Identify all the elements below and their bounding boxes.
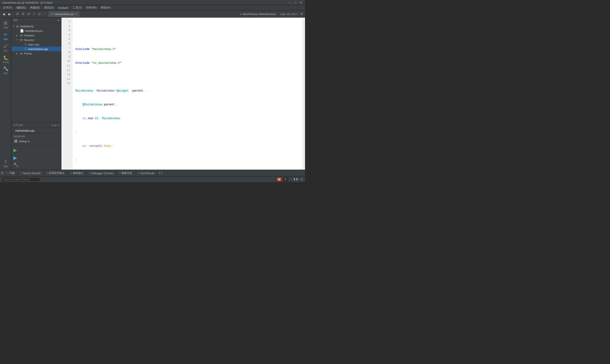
bottom-tab-search[interactable]: 2 Search Results	[18, 170, 44, 176]
sidebar-item-project[interactable]: 🔧 项目	[0, 65, 11, 76]
bottom-tab-issues[interactable]: 1 问题	[4, 170, 18, 176]
tab-label-debugger: Debugger Console	[91, 172, 113, 175]
sidebar-item-edit[interactable]: ✏ 编辑	[0, 31, 11, 42]
bottom-tab-compile[interactable]: 4 编译输出	[68, 170, 86, 176]
bottom-toggle-button[interactable]: ☰	[0, 170, 4, 176]
window-controls[interactable]: ─ □ ✕	[288, 1, 303, 4]
settings-icon[interactable]: ⚙	[300, 178, 303, 181]
menu-debug[interactable]: 调试(D)	[42, 5, 56, 10]
sidebar-label-debug: Debug	[2, 61, 9, 63]
open-docs-close-icon[interactable]: ✕	[57, 124, 59, 127]
toolbar-btn-1[interactable]: ⊞	[15, 11, 20, 17]
line-num-10: 10	[61, 59, 72, 64]
tree-item-helloworld[interactable]: ▼ 🗁 HelloWorld	[12, 24, 61, 28]
bottom-tab-appoutput[interactable]: 3 应用程序输出	[44, 170, 68, 176]
fold-arrow-11[interactable]: ▼	[69, 54, 70, 58]
line-num-11: 11	[61, 64, 72, 68]
open-docs-split-icon[interactable]: ⊟	[54, 124, 56, 127]
open-docs-controls: ⇅ ⊟ ✕	[52, 124, 59, 127]
folder-icon-forms: 🗁	[20, 52, 23, 55]
back-button[interactable]: ◀	[1, 11, 6, 17]
editor-scrollbar[interactable]	[302, 18, 305, 170]
folder-icon-helloworld: 🗁	[16, 25, 19, 28]
code-line-4: MainWindow::MainWindow(QWidget *parent) …	[75, 89, 302, 93]
menu-build[interactable]: 构建(B)	[28, 5, 42, 10]
toolbar-separator-1	[14, 12, 14, 16]
build-button-area[interactable]: 🔨	[13, 162, 59, 168]
pro-icon: 📄	[20, 29, 24, 33]
toolbar-btn-2[interactable]: ☰	[20, 11, 26, 17]
function-label: MainWindow::MainWindow()	[243, 13, 276, 15]
target-row: 🖥 Debug ▶	[13, 139, 59, 144]
toolbar-btn-5[interactable]: ◱	[37, 11, 42, 17]
tree-item-pro[interactable]: 📄 HelloWorld.pro	[12, 28, 61, 33]
tree-arrow-headers: ▶	[16, 34, 19, 37]
tree-item-mainwindow-cpp[interactable]: C mainwindow.cpp	[12, 47, 61, 51]
position-label: Line: 15, Col: 1	[281, 13, 298, 15]
tab-num-8: 8	[138, 172, 139, 174]
split-button[interactable]: ⊟	[299, 11, 304, 17]
maximize-button[interactable]: □	[293, 1, 297, 4]
menu-analyze[interactable]: Analyze	[56, 6, 70, 10]
code-line-5: QMainWindow(parent),	[75, 103, 302, 107]
editor-area[interactable]: 1 2 3 4 5 6 7 8 9 10 11 12 13 14 15 ▼ ▼	[61, 18, 302, 170]
tree-label-helloworld: HelloWorld	[20, 25, 34, 28]
sidebar-item-welcome[interactable]: ⊞ 欢迎	[0, 19, 11, 31]
toolbar-right: ◆ MainWindow::MainWindow() | Line: 15, C…	[240, 11, 304, 17]
toolbar-btn-4[interactable]: □	[32, 11, 36, 17]
tab-close-button[interactable]: ✕	[75, 13, 77, 15]
statusbar: S 中 · ⬆⬇ ⚙	[0, 176, 305, 182]
menu-tools[interactable]: 工具(T)	[71, 5, 84, 10]
run-icon[interactable]: ▶	[13, 147, 17, 153]
menubar: 文件(F) 编辑(E) 构建(B) 调试(D) Analyze 工具(T) 控件…	[0, 5, 305, 11]
tree-item-main-cpp[interactable]: C main.cpp	[12, 42, 61, 47]
tree-label-pro: HelloWorld.pro	[25, 29, 43, 32]
sidebar-item-debug[interactable]: 🐛 Debug	[0, 54, 11, 65]
locate-input[interactable]	[2, 177, 40, 182]
tree-label-main-cpp: main.cpp	[28, 43, 39, 46]
menu-help[interactable]: 帮助(H)	[99, 5, 112, 10]
tab-label-testresults: Test Results	[140, 172, 154, 175]
bottom-tab-arrows[interactable]: ⬆⬇	[159, 171, 163, 175]
tab-num-5: 5	[89, 172, 91, 174]
file-tree: ▼ 🗁 HelloWorld 📄 HelloWorld.pro ▶ 🗁 Head…	[12, 23, 61, 123]
folder-icon-sources: 🗁	[20, 38, 23, 42]
panel-filter-icon[interactable]: ⚙	[57, 19, 59, 22]
tab-label-summary: 概要信息	[122, 171, 132, 175]
tab-num-3: 3	[47, 172, 48, 174]
code-lines[interactable]: ▼ ▼ #include "mainwindow.h" #include "ui…	[72, 18, 302, 170]
bottom-tab-testresults[interactable]: 8 Test Results	[135, 170, 158, 176]
tree-item-headers[interactable]: ▶ 🗁 Headers	[12, 33, 61, 38]
run-debug-icon[interactable]: ▶	[13, 155, 17, 161]
open-doc-mainwindow[interactable]: mainwindow.cpp	[12, 129, 61, 132]
tree-item-sources[interactable]: ▼ 🗁 Sources	[12, 38, 61, 42]
menu-file[interactable]: 文件(F)	[1, 5, 14, 10]
fold-arrow-4[interactable]: ▼	[69, 29, 70, 33]
menu-edit[interactable]: 编辑(E)	[14, 5, 28, 10]
toolbar-separator-2	[43, 12, 43, 16]
sidebar-item-design[interactable]: 🖊 设计	[0, 42, 11, 54]
editor-tab[interactable]: C mainwindow.cpp ✕	[48, 11, 80, 17]
bottom-tab-debugger[interactable]: 5 Debugger Console	[86, 170, 116, 176]
tab-num-1: 1	[7, 172, 9, 174]
run-debug-button-area[interactable]: ▶	[13, 155, 59, 161]
toolbar-btn-3[interactable]: ⇄	[26, 11, 31, 17]
code-content[interactable]: 1 2 3 4 5 6 7 8 9 10 11 12 13 14 15 ▼ ▼	[61, 18, 302, 170]
tab-cpp-icon: C	[51, 12, 53, 16]
bottom-tab-summary[interactable]: 6 概要信息	[116, 170, 135, 176]
sidebar-item-help[interactable]: ? 帮助	[0, 158, 11, 170]
line-num-13: 13	[61, 73, 72, 77]
minimize-button[interactable]: ─	[288, 1, 292, 4]
build-icon[interactable]: 🔨	[13, 162, 19, 168]
tab-label-search: Search Results	[23, 172, 41, 175]
tree-item-forms[interactable]: ▶ 🗁 Forms	[12, 51, 61, 56]
menu-controls[interactable]: 控件(W)	[84, 5, 98, 10]
close-button[interactable]: ✕	[298, 1, 303, 4]
forward-button[interactable]: ▶	[7, 11, 12, 17]
run-button-area[interactable]: ▶	[13, 147, 59, 153]
toolbar-separator-fn: |	[277, 13, 280, 15]
open-docs-panel: 打开文档 ⇅ ⊟ ✕ mainwindow.cpp	[12, 123, 61, 133]
statusbar-right: S 中 · ⬆⬇ ⚙	[276, 178, 303, 181]
open-docs-sort-icon[interactable]: ⇅	[52, 124, 54, 127]
debug-icon: 🐛	[3, 55, 8, 60]
